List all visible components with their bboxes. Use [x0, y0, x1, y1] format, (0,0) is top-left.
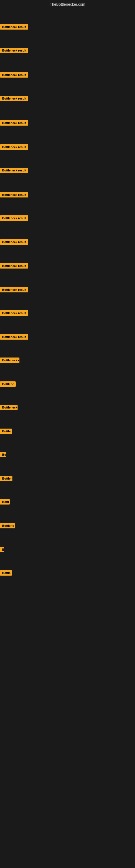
bottleneck-badge: B — [0, 547, 4, 552]
site-title: TheBottlenecker.com — [0, 0, 135, 9]
bottleneck-badge: Bottleneck result — [0, 72, 28, 78]
bottleneck-badge: Bottleneck result — [0, 334, 28, 340]
bottleneck-item: Bottleneck result — [0, 96, 28, 102]
bottleneck-item: Bottleneck result — [0, 263, 28, 270]
bottleneck-item: Bottle — [0, 570, 12, 577]
bottleneck-badge: Bottleneck result — [0, 120, 28, 126]
bottleneck-item: Bottleneck result — [0, 72, 28, 79]
bottleneck-badge: Bottleneck result — [0, 310, 28, 316]
bottleneck-item: Bottlene — [0, 523, 15, 529]
bottleneck-badge: Bottlene — [0, 381, 16, 387]
bottleneck-badge: Bottleneck — [0, 405, 17, 410]
bottleneck-item: Bottleneck result — [0, 48, 28, 54]
bottleneck-item: Bottleneck result — [0, 167, 28, 174]
bottleneck-item: Bottleneck result — [0, 334, 28, 341]
bottleneck-badge: Bottler — [0, 476, 12, 481]
bottleneck-badge: Bottleneck result — [0, 192, 28, 197]
bottleneck-item: Bottlene — [0, 381, 16, 388]
bottleneck-badge: Bottleneck result — [0, 239, 28, 245]
bottleneck-badge: Bottle — [0, 429, 12, 434]
bottleneck-badge: Bottle — [0, 570, 12, 576]
bottleneck-item: Bottleneck result — [0, 144, 28, 151]
bottleneck-badge: Bottlene — [0, 523, 15, 528]
bottleneck-item: Bottler — [0, 476, 12, 482]
bottleneck-item: Bottleneck — [0, 405, 17, 411]
bottleneck-badge: Bottleneck result — [0, 24, 28, 30]
bottleneck-item: Bottleneck result — [0, 287, 28, 293]
bottleneck-badge: Bottleneck result — [0, 263, 28, 269]
bottleneck-item: B — [0, 547, 4, 553]
bottleneck-badge: Bottleneck result — [0, 144, 28, 150]
bottleneck-item: Bottl — [0, 499, 10, 506]
bottleneck-badge: Bottl — [0, 499, 10, 504]
bottleneck-item: Bottleneck result — [0, 239, 28, 246]
bottleneck-item: Bottleneck result — [0, 215, 28, 222]
bottleneck-item: Bo — [0, 452, 6, 458]
bottleneck-badge: Bottleneck result — [0, 96, 28, 101]
bottleneck-item: Bottleneck r — [0, 358, 19, 364]
bottleneck-item: Bottleneck result — [0, 192, 28, 198]
bottleneck-badge: Bo — [0, 452, 6, 457]
bottleneck-item: Bottleneck result — [0, 120, 28, 127]
bottleneck-badge: Bottleneck result — [0, 48, 28, 53]
bottleneck-badge: Bottleneck result — [0, 167, 28, 173]
bottleneck-badge: Bottleneck result — [0, 287, 28, 292]
bottleneck-item: Bottleneck result — [0, 24, 28, 31]
bottleneck-badge: Bottleneck result — [0, 215, 28, 221]
bottleneck-item: Bottle — [0, 429, 12, 435]
bottleneck-item: Bottleneck result — [0, 310, 28, 317]
bottleneck-badge: Bottleneck r — [0, 358, 19, 363]
